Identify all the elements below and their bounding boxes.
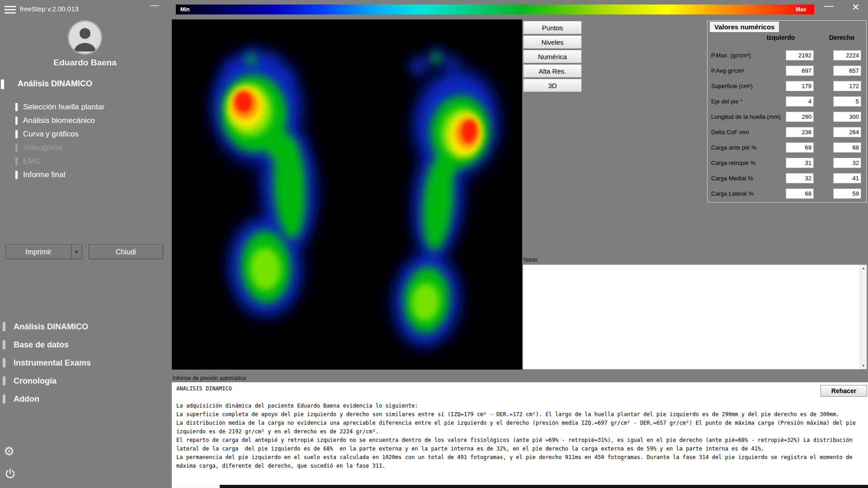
hamburger-menu-icon[interactable] [5,6,16,14]
value-right[interactable]: 300 [833,112,861,122]
view-button-alta-res[interactable]: Alta Res. [523,64,582,78]
value-left[interactable]: 4 [786,96,814,107]
close-exam-button[interactable]: Chiudi [89,244,163,259]
value-left[interactable]: 179 [786,81,814,91]
main-nav: Análisis DINAMICO Base de datos Instrume… [0,318,172,408]
item-marker [15,130,18,138]
table-row: Superficie (cm²) 179 172 [708,79,866,94]
nav-marker [3,340,5,349]
value-right[interactable]: 657 [833,66,861,76]
view-button-numerica[interactable]: Numérica [523,50,582,63]
sidebar-item-analisis-biomecanico[interactable]: Análisis biomecánico [0,114,172,127]
scroll-down-icon[interactable]: ▼ [860,362,867,369]
window-close-button[interactable]: ✕ [852,2,860,13]
nav-marker [3,376,5,385]
value-right[interactable]: 264 [833,127,861,137]
report-line: La permanencia del pie izquierdo en el s… [176,453,863,470]
report-line: La distribución media de la carga no evi… [176,419,863,436]
table-row: P.Avg gr/cm² 697 657 [708,63,866,79]
nav-item-addon[interactable]: Addon [0,390,172,408]
gear-icon[interactable]: ⚙ [4,446,14,458]
row-label: Carga retropié % [711,160,755,166]
print-dropdown-button[interactable]: ▼ [71,244,82,259]
notes-textarea[interactable]: ▲ ▼ [523,264,867,370]
value-right[interactable]: 5 [833,96,861,107]
sidebar-item-label: Informe final [23,170,66,179]
nav-marker [3,394,5,404]
nav-item-base-de-datos[interactable]: Base de datos [0,336,172,354]
table-row: Longitud de la huella (mm) 290 300 [708,109,866,125]
numeric-values-panel: Valores numéricos Izquierdo Derecho P.Ma… [707,20,867,202]
row-label: P.Max. (gr/cm²) [711,52,751,59]
value-left[interactable]: 290 [786,112,814,122]
report-textarea[interactable]: ANALISIS DINAMICO La adquisición dinámic… [172,382,868,486]
value-left[interactable]: 69 [786,142,814,153]
view-mode-buttons: Puntos Niveles Numérica Alta Res. 3D [523,21,582,93]
value-right[interactable]: 59 [833,188,861,199]
patient-name: Eduardo Baena [0,58,170,68]
view-button-3d[interactable]: 3D [523,79,582,92]
report-line: La superficie completa de apoyo del pie … [176,410,863,419]
item-marker [15,144,18,152]
nav-item-instrumental-exams[interactable]: Instrumental Exams [0,354,172,372]
section-title: Análisis DINAMICO [0,79,172,90]
scale-min-label: Min [180,6,190,13]
value-left[interactable]: 697 [786,66,814,76]
value-left[interactable]: 32 [786,173,814,183]
sidebar-item-label: Selección huella plantar [23,103,105,112]
redo-button[interactable]: Rehacer [821,385,867,397]
report-line [176,393,863,402]
analysis-menu: Selección huella plantar Análisis biomec… [0,100,172,182]
nav-marker [3,322,5,331]
pressure-map-canvas[interactable] [172,19,522,370]
sidebar-item-curva-graficos[interactable]: Curva y gráficos [0,127,172,141]
table-row: P.Max. (gr/cm²) 2192 2224 [708,48,866,63]
sidebar-item-label: Curva y gráficos [23,130,79,139]
sidebar-item-informe-final[interactable]: Informe final [0,168,172,182]
sidebar-item-emg: EMG [0,155,172,168]
footprint-heatmap [172,19,522,370]
sidebar: freeStep v.2.00.013 — Eduardo Baena Anál… [0,0,172,488]
print-button[interactable]: Imprimir [5,244,71,259]
horizontal-scrollbar[interactable] [172,485,868,488]
scale-max-label: Max [796,6,806,13]
nav-item-label: Base de datos [14,340,69,350]
row-label: Carga Medial % [711,175,753,182]
value-right[interactable]: 68 [833,142,861,153]
value-left[interactable]: 2192 [786,50,814,61]
row-label: Carga Lateral % [711,190,754,197]
item-marker [15,103,18,111]
notes-scrollbar[interactable]: ▲ ▼ [860,265,867,369]
view-button-niveles[interactable]: Niveles [523,35,582,49]
value-left[interactable]: 236 [786,127,814,137]
row-label: P.Avg gr/cm² [711,67,744,74]
table-row: Carga retropié % 31 32 [708,155,866,171]
nav-item-cronologia[interactable]: Cronología [0,372,172,390]
row-label: Delta CoF mm [711,129,749,136]
sidebar-item-label: Análisis biomecánico [23,116,95,125]
nav-item-label: Cronología [14,376,57,386]
item-marker [15,117,18,125]
window-minimize-button[interactable]: — [824,0,834,12]
item-marker [15,171,18,179]
nav-item-analisis-dinamico[interactable]: Análisis DINAMICO [0,318,172,336]
sidebar-minimize-button[interactable]: — [150,0,159,10]
sidebar-item-seleccion-huella[interactable]: Selección huella plantar [0,100,172,114]
value-right[interactable]: 2224 [833,50,861,61]
right-footprint [384,46,509,356]
column-header-left: Izquierdo [758,34,803,41]
item-marker [15,157,18,165]
report-title: ANALISIS DINAMICO [176,385,863,393]
scroll-up-icon[interactable]: ▲ [860,265,867,272]
scrollbar-thumb[interactable] [172,485,220,488]
value-right[interactable]: 172 [833,81,861,91]
power-icon[interactable] [5,468,16,481]
value-right[interactable]: 41 [833,173,861,183]
report-line: La adquisición dinámica del paciente Edu… [176,402,863,410]
view-button-puntos[interactable]: Puntos [523,21,582,34]
value-left[interactable]: 31 [786,158,814,168]
value-left[interactable]: 68 [786,188,814,199]
pressure-scale [176,5,814,14]
report-line: El reparto de carga del antepié y retrop… [176,436,863,453]
value-right[interactable]: 32 [833,158,861,168]
